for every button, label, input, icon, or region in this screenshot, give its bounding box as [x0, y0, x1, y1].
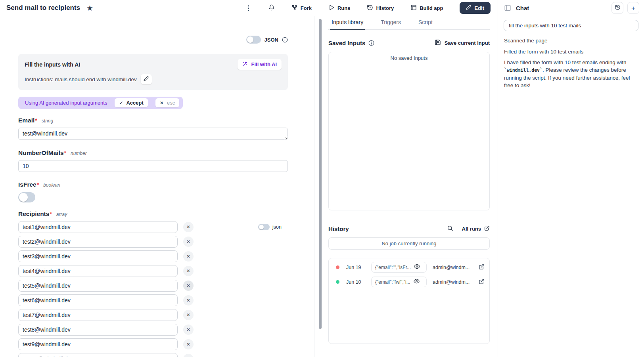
chat-title: Chat [516, 5, 529, 11]
history-header: History All runs [328, 225, 490, 233]
all-runs-link[interactable]: All runs [462, 225, 490, 232]
eye-icon[interactable] [414, 263, 420, 271]
chat-history-button[interactable] [611, 2, 623, 14]
kebab-menu-button[interactable]: ⋮ [245, 4, 252, 12]
json-view-toggle[interactable] [246, 36, 261, 44]
recipients-list: json ✕ ✕ ✕ [18, 221, 288, 357]
history-clock-icon [367, 4, 373, 12]
panel-collapse-icon[interactable] [504, 4, 511, 11]
ai-banner-text: Using AI generated input arguments [25, 100, 107, 106]
email-field-label: Email * string [18, 117, 288, 124]
runs-button[interactable]: Runs [328, 4, 351, 12]
recipient-row: ✕ [18, 309, 288, 321]
grid-icon [410, 4, 417, 12]
recipient-input[interactable] [18, 294, 178, 306]
remove-recipient-button[interactable]: ✕ [183, 237, 194, 247]
required-marker: * [35, 117, 37, 124]
fork-button[interactable]: Fork [291, 4, 312, 12]
remove-recipient-button[interactable]: ✕ [183, 251, 194, 262]
remove-recipient-button[interactable]: ✕ [183, 339, 194, 349]
no-job-running-box: No job currently running [328, 237, 490, 250]
run-args-pill[interactable]: {"email":"","isFr... [371, 262, 427, 273]
ai-box-title: Fill the inputs with AI [25, 61, 80, 68]
chat-assistant-message: I have filled the form with 10 test emai… [504, 59, 638, 89]
build-app-button[interactable]: Build app [410, 4, 443, 12]
history-title: History [328, 225, 349, 232]
remove-recipient-button[interactable]: ✕ [183, 266, 194, 276]
tab-inputs-library[interactable]: Inputs library [330, 19, 365, 30]
run-args: {"email":"fwf","i... [375, 279, 410, 285]
remove-recipient-button[interactable]: ✕ [183, 325, 194, 335]
run-user: admin@windm... [433, 279, 479, 285]
edit-instructions-button[interactable] [141, 74, 152, 84]
check-icon: ✓ [119, 100, 123, 106]
topbar-actions: ⋮ Fork Runs History Buil [245, 2, 491, 14]
remove-recipient-button[interactable]: ✕ [183, 310, 194, 320]
run-row[interactable]: Jun 19 {"email":"","isFr... admin@windm.… [334, 260, 485, 275]
chat-status-message: Scanned the page [504, 38, 638, 44]
recipient-row: ✕ [18, 280, 288, 292]
run-args: {"email":"","isFr... [375, 265, 411, 270]
remove-recipient-button[interactable]: ✕ [183, 222, 194, 232]
west-region: Send mail to recipients ★ ⋮ Fork Runs Hi… [0, 0, 498, 357]
info-icon[interactable] [368, 40, 374, 46]
recipient-input[interactable] [18, 221, 178, 233]
wand-sparkles-icon [242, 61, 248, 68]
status-dot [336, 265, 339, 269]
recipient-input[interactable] [18, 280, 178, 292]
save-current-input-button[interactable]: Save current input [435, 39, 490, 47]
history-button[interactable]: History [367, 4, 394, 12]
field-type: array [56, 212, 67, 217]
info-icon[interactable] [282, 37, 288, 43]
ai-instructions-text: Instructions: mails should end with wind… [25, 76, 137, 82]
recipient-input[interactable] [18, 353, 178, 357]
recipient-row: ✕ [18, 236, 288, 248]
notifications-button[interactable] [268, 4, 275, 12]
is-free-field-label: IsFree * boolean [18, 181, 288, 188]
scrollbar-thumb[interactable] [319, 19, 322, 329]
dismiss-ai-button[interactable]: ✕ esc [155, 98, 179, 107]
tab-triggers[interactable]: Triggers [379, 19, 402, 30]
recipient-input[interactable] [18, 338, 178, 350]
recipient-input[interactable] [18, 265, 178, 277]
recipients-json-label: json [272, 224, 282, 230]
search-runs-button[interactable] [447, 225, 453, 233]
recipient-input[interactable] [18, 250, 178, 262]
number-of-mails-field-label: NumberOfMails * number [18, 149, 288, 157]
pencil-icon [144, 76, 149, 82]
tab-script[interactable]: Script [417, 19, 434, 30]
recipient-row: ✕ [18, 338, 288, 350]
number-of-mails-field[interactable] [18, 160, 288, 172]
remove-recipient-button[interactable]: ✕ [183, 295, 194, 305]
close-icon: ✕ [160, 100, 164, 106]
chat-user-message[interactable] [504, 20, 638, 31]
chat-panel: Chat + Scanned the page Filled the form … [498, 0, 644, 357]
run-date: Jun 10 [346, 279, 365, 285]
remove-recipient-button[interactable]: ✕ [183, 354, 194, 357]
new-chat-button[interactable]: + [627, 2, 639, 14]
open-run-button[interactable] [479, 264, 485, 271]
required-marker: * [50, 211, 52, 217]
fill-with-ai-button[interactable]: Fill with AI [238, 59, 282, 70]
is-free-toggle[interactable] [18, 192, 35, 202]
status-dot [336, 280, 339, 284]
pencil-icon [466, 5, 471, 11]
recipient-input[interactable] [18, 236, 178, 248]
recipients-json-toggle[interactable] [258, 224, 270, 230]
west-body: JSON Fill the inputs with AI Fill with A… [0, 16, 498, 357]
remove-recipient-button[interactable]: ✕ [183, 281, 194, 291]
run-args-pill[interactable]: {"email":"fwf","i... [371, 277, 427, 287]
ai-generated-banner: Using AI generated input arguments ✓ Acc… [18, 97, 183, 109]
recipient-row: ✕ [18, 265, 288, 277]
topbar: Send mail to recipients ★ ⋮ Fork Runs Hi… [0, 0, 498, 16]
open-run-button[interactable] [479, 279, 485, 286]
search-icon [447, 225, 453, 233]
favorite-star-icon[interactable]: ★ [86, 4, 93, 12]
recipient-input[interactable] [18, 324, 178, 336]
run-row[interactable]: Jun 10 {"email":"fwf","i... admin@windm.… [334, 275, 485, 289]
recipient-input[interactable] [18, 309, 178, 321]
eye-icon[interactable] [414, 278, 420, 286]
accept-ai-button[interactable]: ✓ Accept [115, 98, 148, 107]
edit-button[interactable]: Edit [460, 2, 491, 14]
email-field[interactable]: test@windmill.dev [18, 128, 288, 140]
